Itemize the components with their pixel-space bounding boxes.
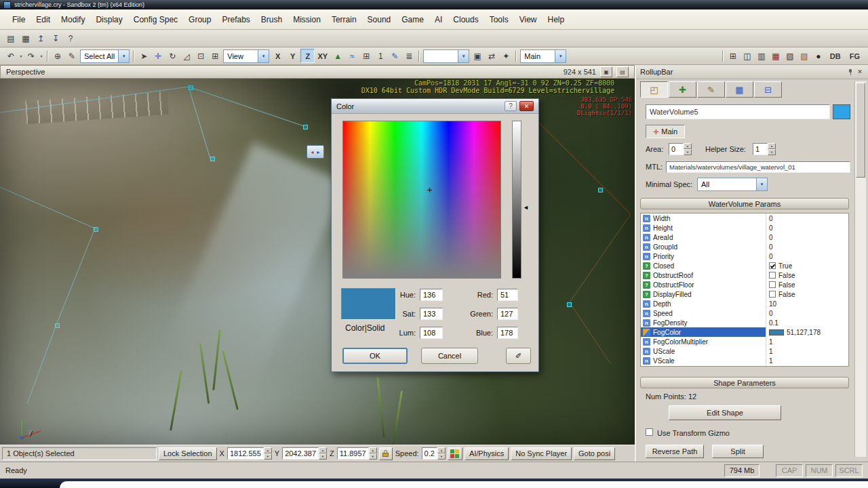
viewport-header[interactable]: Perspective 924 x 541 ▣ ▤ — [0, 65, 635, 79]
spin-down-icon[interactable]: ▼ — [319, 453, 327, 460]
x-coordinate-value[interactable]: 1812.555 — [227, 447, 264, 460]
layer-list-icon[interactable]: ≣ — [402, 49, 416, 63]
param-value-cell[interactable]: 0 — [766, 308, 848, 318]
separator[interactable] — [47, 50, 48, 62]
blue-input[interactable]: 178 — [497, 327, 518, 339]
reload-icon[interactable]: ⇄ — [485, 49, 498, 63]
menu-item[interactable]: Sound — [362, 12, 397, 27]
save-icon[interactable]: ▦ — [19, 32, 33, 45]
rollup-bar-title[interactable]: RollupBar ✕ — [636, 65, 868, 79]
param-checkbox[interactable] — [769, 291, 776, 298]
param-row[interactable]: n Speed 0 — [641, 308, 848, 318]
layers-tab-icon[interactable]: ⊟ — [754, 81, 782, 98]
param-row[interactable]: ? ObstructRoof False — [641, 270, 848, 280]
close-icon[interactable]: ✕ — [856, 68, 864, 76]
spinner-arrows[interactable]: ▲ ▼ — [684, 143, 692, 155]
ok-button[interactable]: OK — [342, 348, 408, 364]
param-value-cell[interactable]: 1 — [766, 337, 848, 346]
color-crosshair[interactable]: + — [425, 186, 434, 195]
select-cursor-icon[interactable]: ➤ — [137, 49, 151, 63]
axis-constraint-button[interactable]: Y — [285, 49, 300, 63]
object-name-input[interactable]: WaterVolume5 — [646, 104, 830, 119]
axis-constraint-button[interactable]: X — [271, 49, 285, 63]
param-row[interactable]: ? DisplayFilled False — [641, 289, 848, 299]
move-tool-icon[interactable]: ✛ — [151, 49, 165, 63]
axis-constraint-button[interactable]: Z — [300, 49, 315, 63]
close-icon[interactable]: ✕ — [519, 101, 534, 111]
spin-up-icon[interactable]: ▲ — [264, 447, 272, 453]
red-input[interactable]: 51 — [497, 289, 518, 301]
helper-size-spinner[interactable]: 1 ▲ ▼ — [753, 143, 776, 155]
param-value-cell[interactable]: 10 — [766, 299, 848, 308]
duplicate-icon[interactable]: ▣ — [471, 49, 484, 63]
param-row[interactable]: ? ObstructFloor False — [641, 280, 848, 289]
spin-down-icon[interactable]: ▼ — [684, 149, 692, 155]
display-tab-icon[interactable]: ▦ — [726, 81, 753, 98]
spin-down-icon[interactable]: ▼ — [264, 453, 272, 460]
spin-down-icon[interactable]: ▼ — [369, 453, 377, 460]
param-value-cell[interactable]: False — [766, 280, 848, 289]
rows-view-icon[interactable]: ▥ — [755, 49, 768, 63]
chevron-down-icon[interactable]: ▼ — [555, 50, 566, 62]
z-coordinate-spinner[interactable]: 11.8957 ▲ ▼ — [337, 447, 377, 460]
chevron-down-icon[interactable]: ▼ — [118, 50, 129, 62]
speed-value[interactable]: 0.2 — [422, 447, 437, 460]
speed-spinner[interactable]: 0.2 ▲ ▼ — [422, 447, 446, 460]
menu-item[interactable]: Prefabs — [216, 12, 255, 27]
layout-grid-icon[interactable]: ⊞ — [726, 49, 740, 63]
measure-icon[interactable]: ▨ — [797, 49, 811, 63]
undo-history-icon[interactable]: ▾ — [18, 49, 24, 63]
menu-item[interactable]: Config Spec — [128, 12, 183, 27]
open-icon[interactable]: ▤ — [4, 32, 18, 45]
sat-input[interactable]: 133 — [420, 308, 443, 320]
snap-size-label[interactable]: 1 — [374, 49, 387, 63]
spin-up-icon[interactable]: ▲ — [369, 447, 377, 453]
lock-selection-button[interactable]: Lock Selection — [159, 447, 217, 460]
param-row[interactable]: n Width 0 — [641, 214, 848, 223]
helper-size-value[interactable]: 1 — [753, 143, 768, 155]
param-row[interactable]: n Height 0 — [641, 223, 848, 232]
menu-item[interactable]: Group — [183, 12, 216, 27]
ai-physics-button[interactable]: AI/Physics — [465, 447, 509, 460]
snap-size-icon[interactable]: ⊞ — [359, 49, 373, 63]
viewport-layout-icon[interactable]: ▤ — [616, 66, 629, 77]
spinner-arrows[interactable]: ▲ ▼ — [369, 447, 377, 460]
camera-combo[interactable]: Main ▼ — [520, 49, 566, 63]
x-coordinate-spinner[interactable]: 1812.555 ▲ ▼ — [227, 447, 272, 460]
pin-icon[interactable] — [846, 68, 853, 75]
hue-input[interactable]: 136 — [420, 289, 443, 301]
spinner-arrows[interactable]: ▲ ▼ — [319, 447, 327, 460]
param-value-cell[interactable]: 51,127,178 — [766, 327, 848, 337]
menu-item[interactable]: Display — [90, 12, 127, 27]
spinner-arrows[interactable]: ▲ ▼ — [437, 447, 446, 460]
terrain-tab-icon[interactable]: ✚ — [669, 81, 696, 98]
edit-tool-icon[interactable]: ✎ — [388, 49, 401, 63]
snap-grid-icon[interactable]: ⊞ — [208, 49, 222, 63]
help-icon[interactable]: ? — [505, 101, 517, 111]
spin-down-icon[interactable]: ▼ — [437, 453, 446, 460]
minimal-spec-combo[interactable]: All ▼ — [697, 178, 768, 191]
snap-angle-icon[interactable]: ▧ — [783, 49, 797, 63]
spin-up-icon[interactable]: ▲ — [319, 447, 327, 453]
param-value-cell[interactable]: 0 — [766, 242, 848, 251]
rollup-scrollbar[interactable] — [854, 81, 866, 457]
param-value-cell[interactable]: True — [766, 261, 848, 270]
material-path-field[interactable]: Materials/watervolumes/village_watervol_… — [666, 161, 850, 173]
param-value-cell[interactable]: 0 — [766, 223, 848, 232]
y-coordinate-value[interactable]: 2042.387 — [282, 447, 319, 460]
param-color-swatch[interactable] — [769, 329, 784, 336]
separator[interactable] — [133, 50, 134, 62]
param-value-cell[interactable]: 0 — [766, 214, 848, 223]
menu-item[interactable]: File — [7, 12, 31, 27]
menu-item[interactable]: Edit — [31, 12, 56, 27]
param-value-cell[interactable]: 1 — [766, 346, 848, 356]
separator[interactable] — [418, 50, 420, 62]
param-row[interactable]: ? Closed True — [641, 261, 848, 270]
reverse-path-button[interactable]: Reverse Path — [646, 445, 704, 458]
cancel-button[interactable]: Cancel — [421, 348, 478, 364]
param-value-cell[interactable]: 0 — [766, 251, 848, 261]
split-view-icon[interactable]: ◫ — [741, 49, 754, 63]
spinner-arrows[interactable]: ▲ ▼ — [264, 447, 272, 460]
menu-item[interactable]: Game — [396, 12, 429, 27]
param-row[interactable]: n FogColorMultiplier 1 — [641, 337, 848, 346]
